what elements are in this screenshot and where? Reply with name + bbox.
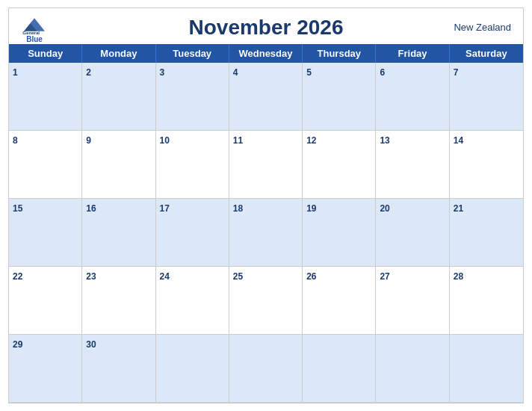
logo-area: General Blue [21,14,48,43]
calendar-cell-24: 24 [156,267,229,335]
calendar-container: General Blue November 2026 New Zealand S… [8,7,524,404]
calendar-cell-6: 6 [376,63,449,131]
calendar-cell-empty-1 [156,335,229,403]
calendar-cell-16: 16 [82,199,155,267]
calendar-cell-empty-4 [376,335,449,403]
calendar-cell-21: 21 [450,199,523,267]
calendar-cell-19: 19 [303,199,376,267]
calendar-cell-10: 10 [156,131,229,199]
logo-blue-text: Blue [26,35,43,43]
calendar-cell-14: 14 [450,131,523,199]
calendar-cell-empty-5 [450,335,523,403]
calendar-grid: 1 2 3 4 5 6 7 8 9 10 11 12 13 14 15 16 1… [9,63,523,403]
calendar-cell-27: 27 [376,267,449,335]
calendar-cell-22: 22 [9,267,82,335]
calendar-cell-25: 25 [229,267,303,335]
calendar-cell-23: 23 [82,267,155,335]
calendar-cell-29: 29 [9,335,82,403]
calendar-cell-2: 2 [82,63,155,131]
day-header-wednesday: Wednesday [229,44,303,63]
calendar-cell-18: 18 [229,199,303,267]
calendar-cell-15: 15 [9,199,82,267]
calendar-cell-13: 13 [376,131,449,199]
calendar-cell-3: 3 [156,63,229,131]
day-headers: Sunday Monday Tuesday Wednesday Thursday… [9,44,523,63]
svg-text:General: General [22,30,40,35]
calendar-cell-9: 9 [82,131,155,199]
calendar-cell-17: 17 [156,199,229,267]
calendar-cell-empty-2 [229,335,303,403]
logo-icon: General [21,14,48,35]
calendar-cell-4: 4 [229,63,303,131]
day-header-monday: Monday [82,44,155,63]
month-title: November 2026 [188,16,343,40]
calendar-cell-7: 7 [450,63,523,131]
month-title-text: November 2026 [188,16,343,39]
calendar-cell-11: 11 [229,131,303,199]
country-label: New Zealand [454,22,511,33]
day-header-thursday: Thursday [303,44,376,63]
calendar-cell-20: 20 [376,199,449,267]
calendar-cell-1: 1 [9,63,82,131]
day-header-sunday: Sunday [9,44,82,63]
day-header-saturday: Saturday [450,44,523,63]
day-header-friday: Friday [376,44,449,63]
calendar-cell-8: 8 [9,131,82,199]
calendar-cell-28: 28 [450,267,523,335]
calendar-cell-12: 12 [303,131,376,199]
calendar-cell-30: 30 [82,335,155,403]
calendar-cell-empty-3 [303,335,376,403]
calendar-cell-5: 5 [303,63,376,131]
calendar-cell-26: 26 [303,267,376,335]
calendar-header: General Blue November 2026 New Zealand [9,8,523,44]
day-header-tuesday: Tuesday [156,44,229,63]
